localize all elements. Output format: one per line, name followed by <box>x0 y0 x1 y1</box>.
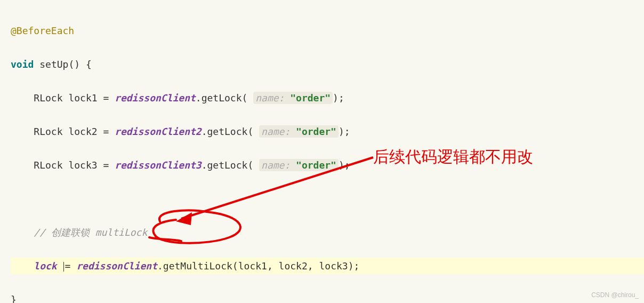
line-close-setup: } <box>11 291 644 304</box>
line-comment-multilock: // 创建联锁 multiLock <box>11 224 644 241</box>
line-setup-decl: void setUp() { <box>11 56 644 73</box>
annotation-callout: 后续代码逻辑都不用改 <box>373 143 533 171</box>
code-block: @BeforeEach void setUp() { RLock lock1 =… <box>0 0 644 303</box>
line-lock3: RLock lock3 = redissonClient3.getLock( n… <box>11 157 644 174</box>
watermark: CSDN @chirou_ <box>591 290 639 301</box>
line-lock1: RLock lock1 = redissonClient.getLock( na… <box>11 90 644 107</box>
line-lock2: RLock lock2 = redissonClient2.getLock( n… <box>11 123 644 140</box>
line-multilock-assign: lock = redissonClient.getMultiLock(lock1… <box>11 258 644 275</box>
text-cursor <box>63 262 65 272</box>
line-ann-before: @BeforeEach <box>11 22 644 39</box>
line-blank1 <box>11 190 644 208</box>
